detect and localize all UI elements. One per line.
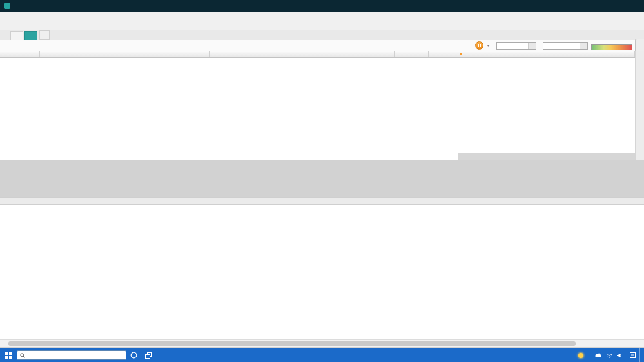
chevron-down-icon bbox=[528, 43, 536, 49]
plot-area[interactable] bbox=[0, 205, 644, 330]
new-tab-button[interactable] bbox=[39, 30, 50, 40]
pingplotter-app-icon bbox=[4, 3, 10, 9]
focus-range bbox=[458, 153, 635, 160]
col-count[interactable] bbox=[17, 51, 40, 57]
plot-svg[interactable] bbox=[18, 205, 623, 330]
tab-t-online[interactable] bbox=[24, 31, 37, 40]
pause-button[interactable] bbox=[475, 41, 483, 50]
search-icon bbox=[20, 353, 25, 358]
table-right-gutter bbox=[635, 51, 644, 160]
title-bar bbox=[0, 0, 644, 12]
pingplotter-window: ▼ bbox=[0, 0, 644, 362]
cortana-button[interactable] bbox=[126, 348, 141, 362]
taskbar bbox=[0, 348, 644, 362]
wifi-icon[interactable] bbox=[606, 353, 612, 358]
table-header bbox=[0, 51, 635, 58]
focus-select[interactable] bbox=[543, 42, 588, 50]
scroll-left-arrow[interactable] bbox=[0, 340, 8, 347]
onedrive-cloud-icon[interactable] bbox=[595, 353, 602, 358]
latency-scale-min bbox=[460, 53, 463, 55]
chevron-down-icon bbox=[580, 43, 587, 49]
task-view-icon bbox=[145, 352, 152, 359]
windows-logo-icon bbox=[5, 352, 12, 359]
tab-bar bbox=[0, 30, 644, 41]
col-ip[interactable] bbox=[40, 51, 210, 57]
volume-icon[interactable] bbox=[616, 353, 622, 358]
pause-icon bbox=[478, 44, 479, 47]
weather-icon bbox=[578, 353, 583, 358]
weather-widget[interactable] bbox=[578, 353, 587, 358]
scroll-thumb[interactable] bbox=[8, 341, 576, 346]
col-name[interactable] bbox=[210, 51, 395, 57]
search-input[interactable] bbox=[28, 352, 121, 359]
col-hop[interactable] bbox=[0, 51, 17, 57]
show-desktop-button[interactable] bbox=[639, 348, 643, 362]
minimize-button[interactable] bbox=[594, 0, 610, 12]
menu-bar bbox=[0, 12, 644, 19]
summary-row bbox=[0, 153, 635, 160]
trace-controls: ▼ bbox=[475, 41, 632, 50]
timeline-header bbox=[0, 197, 644, 205]
close-button[interactable] bbox=[627, 0, 644, 12]
col-pl[interactable] bbox=[444, 51, 458, 57]
cortana-icon bbox=[130, 352, 137, 359]
interval-select[interactable] bbox=[496, 42, 536, 50]
tab-menu-icon[interactable] bbox=[0, 32, 9, 40]
col-latency[interactable] bbox=[458, 51, 635, 57]
task-view-button[interactable] bbox=[141, 348, 156, 362]
notice-bar bbox=[0, 19, 644, 31]
pane-gap bbox=[0, 160, 644, 197]
start-button[interactable] bbox=[0, 348, 17, 362]
target-bar: ▼ bbox=[0, 40, 644, 52]
scroll-right-arrow[interactable] bbox=[636, 340, 644, 347]
taskbar-search[interactable] bbox=[17, 350, 126, 360]
tab-all-targets[interactable] bbox=[10, 31, 23, 40]
col-cur[interactable] bbox=[429, 51, 444, 57]
latency-zone bbox=[458, 58, 635, 153]
scale-marker-icon bbox=[460, 53, 462, 55]
maximize-button[interactable] bbox=[610, 0, 627, 12]
x-axis bbox=[0, 330, 644, 339]
system-tray bbox=[578, 348, 644, 362]
col-min[interactable] bbox=[413, 51, 429, 57]
legend-gradient bbox=[591, 44, 632, 50]
latency-color-legend bbox=[591, 41, 632, 50]
col-avg[interactable] bbox=[395, 51, 413, 57]
pause-dropdown-icon[interactable]: ▼ bbox=[487, 44, 490, 48]
action-center-icon[interactable] bbox=[630, 352, 636, 358]
h-scrollbar[interactable] bbox=[0, 339, 644, 347]
